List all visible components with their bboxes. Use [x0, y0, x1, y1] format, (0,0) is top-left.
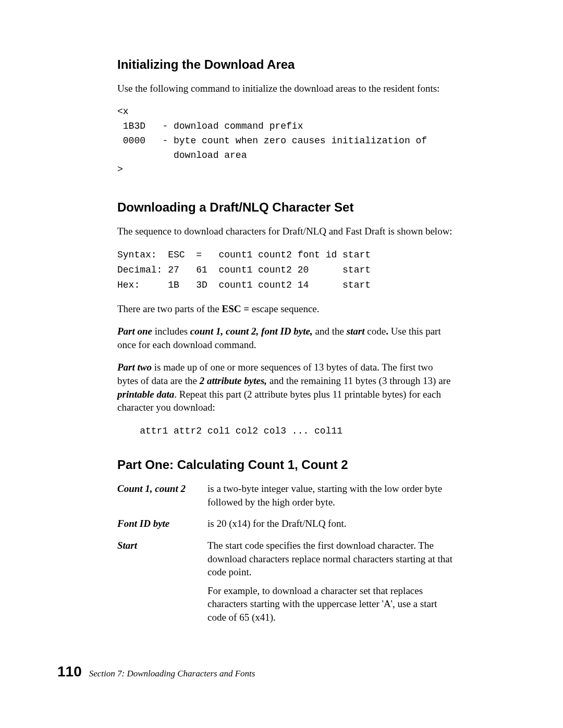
- text-span: and the: [313, 326, 347, 337]
- footer-section-title: Section 7: Downloading Characters and Fo…: [89, 669, 255, 679]
- definition-term: Start: [117, 539, 207, 552]
- definition-row: StartThe start code specifies the first …: [117, 539, 456, 630]
- intro-initializing: Use the following command to initialize …: [117, 82, 456, 95]
- document-page: Initializing the Download Area Use the f…: [0, 0, 563, 728]
- definition-paragraph: The start code specifies the first downl…: [207, 539, 456, 579]
- definition-row: Font ID byteis 20 (x14) for the Draft/NL…: [117, 517, 456, 536]
- definition-paragraph: is 20 (x14) for the Draft/NLQ font.: [207, 517, 456, 530]
- intro-downloading: The sequence to download characters for …: [117, 225, 456, 238]
- text-span: includes: [152, 326, 190, 337]
- definition-description: The start code specifies the first downl…: [207, 539, 456, 630]
- bolditalic-start: start: [347, 326, 365, 337]
- bolditalic-part-one: Part one: [117, 326, 152, 337]
- definition-description: is 20 (x14) for the Draft/NLQ font.: [207, 517, 456, 536]
- text-span: and the remaining 11 bytes (3 through 13…: [267, 375, 450, 386]
- code-block-syntax: Syntax: ESC = count1 count2 font id star…: [117, 248, 456, 292]
- page-number: 110: [57, 663, 82, 680]
- definition-description: is a two-byte integer value, starting wi…: [207, 482, 456, 514]
- definition-term: Count 1, count 2: [117, 482, 207, 496]
- code-block-init: <x 1B3D - download command prefix 0000 -…: [117, 105, 456, 177]
- para-part-one: Part one includes count 1, count 2, font…: [117, 325, 456, 351]
- definition-paragraph: For example, to download a character set…: [207, 584, 456, 624]
- heading-part-one-calc: Part One: Calculating Count 1, Count 2: [117, 456, 456, 473]
- bolditalic-count-font: count 1, count 2, font ID byte,: [190, 326, 313, 337]
- definition-paragraph: is a two-byte integer value, starting wi…: [207, 482, 456, 509]
- para-two-parts: There are two parts of the ESC = escape …: [117, 302, 456, 316]
- page-footer: 110 Section 7: Downloading Characters an…: [57, 663, 255, 680]
- bold-esc-eq: ESC =: [222, 303, 249, 314]
- definitions-list: Count 1, count 2is a two-byte integer va…: [117, 482, 456, 630]
- definition-row: Count 1, count 2is a two-byte integer va…: [117, 482, 456, 514]
- text-span: code: [365, 326, 386, 337]
- code-block-attr: attr1 attr2 col1 col2 col3 ... col11: [117, 424, 456, 439]
- text-span: escape sequence.: [249, 303, 320, 314]
- heading-initializing: Initializing the Download Area: [117, 56, 456, 72]
- heading-downloading: Downloading a Draft/NLQ Character Set: [117, 199, 456, 215]
- text-span: There are two parts of the: [117, 303, 222, 314]
- bolditalic-printable-data: printable data: [117, 389, 174, 400]
- bolditalic-attr-bytes: 2 attribute bytes,: [200, 375, 267, 386]
- bolditalic-part-two: Part two: [117, 362, 152, 373]
- para-part-two: Part two is made up of one or more seque…: [117, 361, 456, 414]
- definition-term: Font ID byte: [117, 517, 207, 530]
